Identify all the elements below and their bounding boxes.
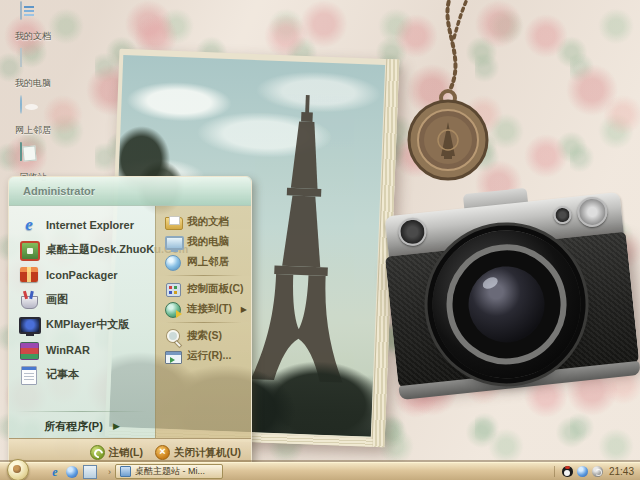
menu-item-connect-to[interactable]: 连接到(T) ▶ xyxy=(156,299,251,319)
desktop-icon-network-places[interactable]: 网上邻居 xyxy=(4,96,62,143)
menu-item-control-panel[interactable]: 控制面板(C) xyxy=(156,279,251,299)
menu-item-zhuoku-theme[interactable]: 桌酷主题Desk.ZhuoKu.Com xyxy=(9,237,155,262)
menu-item-winrar[interactable]: WinRAR xyxy=(9,337,155,362)
taskbar-window-title: 桌酷主题站 - Mi... xyxy=(135,465,205,478)
menu-item-my-computer[interactable]: 我的电脑 xyxy=(156,232,251,252)
all-programs-label: 所有程序(P) xyxy=(44,419,103,434)
tray-divider xyxy=(554,466,555,477)
my-computer-icon xyxy=(165,236,184,250)
log-off-label: 注销(L) xyxy=(109,446,143,460)
desktop-icon-my-computer[interactable]: 我的电脑 xyxy=(4,49,62,96)
menu-item-kmplayer[interactable]: KMPlayer中文版 xyxy=(9,312,155,337)
menu-item-label: IconPackager xyxy=(46,269,118,281)
menu-item-label: 运行(R)... xyxy=(187,349,231,363)
menu-item-label: 连接到(T) xyxy=(187,302,232,316)
menu-item-label: 网上邻居 xyxy=(187,255,229,269)
my-documents-icon xyxy=(165,217,183,230)
run-icon xyxy=(165,351,182,364)
menu-item-iconpackager[interactable]: IconPackager xyxy=(9,262,155,287)
menu-item-internet-explorer[interactable]: Internet Explorer xyxy=(9,212,155,237)
shut-down-button[interactable]: 关闭计算机(U) xyxy=(155,445,241,460)
start-menu: Administrator Internet Explorer 桌酷主题Desk… xyxy=(8,176,252,467)
browser-window-icon xyxy=(120,466,131,477)
quick-launch-show-desktop-icon[interactable] xyxy=(83,465,97,479)
connect-to-icon xyxy=(165,302,181,318)
system-tray: 21:43 xyxy=(554,466,640,477)
control-panel-icon xyxy=(166,283,181,297)
menu-separator xyxy=(165,275,242,276)
menu-item-notepad[interactable]: 记事本 xyxy=(9,362,155,387)
menu-item-label: KMPlayer中文版 xyxy=(46,317,129,332)
menu-item-label: Internet Explorer xyxy=(46,219,134,231)
menu-item-label: WinRAR xyxy=(46,344,90,356)
taskbar-clock[interactable]: 21:43 xyxy=(609,466,634,477)
shut-down-label: 关闭计算机(U) xyxy=(174,446,241,460)
zhuoku-icon xyxy=(20,241,40,261)
tray-qq-icon[interactable] xyxy=(562,466,573,477)
winrar-icon xyxy=(20,342,39,360)
menu-item-label: 我的电脑 xyxy=(187,235,229,249)
kmplayer-icon xyxy=(19,317,41,334)
menu-item-network-places[interactable]: 网上邻居 xyxy=(156,252,251,272)
menu-item-run[interactable]: 运行(R)... xyxy=(156,346,251,366)
desktop-icon-column: 我的文档 我的电脑 网上邻居 回收站 xyxy=(4,2,62,190)
menu-item-paint[interactable]: 画图 xyxy=(9,287,155,312)
menu-separator xyxy=(17,411,147,412)
tray-messenger-icon[interactable] xyxy=(577,466,588,477)
desktop: 我的文档 我的电脑 网上邻居 回收站 Administrator Interne… xyxy=(0,0,640,480)
wallpaper-vintage-camera xyxy=(376,166,640,432)
iconpackager-icon xyxy=(20,267,38,282)
wallpaper-pocket-watch xyxy=(392,0,512,194)
start-menu-places-column: 我的文档 我的电脑 网上邻居 控制面板(C) 连接到(T) xyxy=(155,206,251,438)
log-off-icon xyxy=(90,445,105,460)
start-button[interactable] xyxy=(7,459,29,480)
quick-launch-chevron-icon[interactable]: › xyxy=(108,467,111,477)
shut-down-icon xyxy=(155,445,170,460)
recycle-bin-icon xyxy=(20,143,46,169)
quick-launch: › xyxy=(49,464,115,479)
desktop-icon-my-documents[interactable]: 我的文档 xyxy=(4,2,62,49)
quick-launch-messenger-icon[interactable] xyxy=(66,466,78,478)
my-computer-icon xyxy=(20,49,46,75)
menu-item-label: 记事本 xyxy=(46,367,79,382)
network-places-icon xyxy=(165,255,181,271)
notepad-icon xyxy=(21,366,37,385)
tray-volume-icon[interactable] xyxy=(592,466,603,477)
menu-item-search[interactable]: 搜索(S) xyxy=(156,326,251,346)
menu-item-my-documents[interactable]: 我的文档 xyxy=(156,212,251,232)
desktop-icon-label: 我的文档 xyxy=(15,30,51,43)
network-places-icon xyxy=(20,96,46,122)
submenu-arrow-icon: ▶ xyxy=(241,305,247,314)
search-icon xyxy=(167,330,179,342)
all-programs-button[interactable]: 所有程序(P) ▶ xyxy=(9,414,155,438)
menu-item-label: 搜索(S) xyxy=(187,329,222,343)
menu-item-label: 控制面板(C) xyxy=(187,282,244,296)
my-documents-icon xyxy=(20,2,46,28)
menu-item-label: 我的文档 xyxy=(187,215,229,229)
menu-item-label: 画图 xyxy=(46,292,68,307)
start-menu-body: Internet Explorer 桌酷主题Desk.ZhuoKu.Com Ic… xyxy=(9,206,251,438)
desktop-icon-label: 网上邻居 xyxy=(15,124,51,137)
internet-explorer-icon xyxy=(19,215,39,235)
paint-icon xyxy=(21,296,38,309)
user-name: Administrator xyxy=(23,185,95,197)
log-off-button[interactable]: 注销(L) xyxy=(90,445,143,460)
taskbar-window-button[interactable]: 桌酷主题站 - Mi... xyxy=(115,464,223,479)
start-menu-header: Administrator xyxy=(9,177,251,206)
quick-launch-ie-icon[interactable] xyxy=(49,466,61,478)
all-programs-arrow-icon: ▶ xyxy=(113,421,120,431)
desktop-icon-label: 我的电脑 xyxy=(15,77,51,90)
taskbar: › 桌酷主题站 - Mi... 21:43 xyxy=(0,462,640,480)
start-menu-programs-column: Internet Explorer 桌酷主题Desk.ZhuoKu.Com Ic… xyxy=(9,206,155,438)
menu-separator xyxy=(165,322,242,323)
